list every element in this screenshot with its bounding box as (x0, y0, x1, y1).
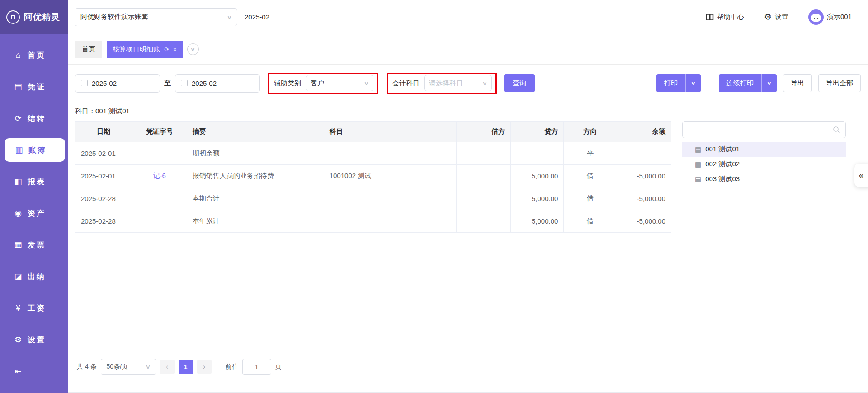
document-icon: ▤ (695, 175, 701, 183)
content-area: 阿优财务软件演示账套 ∨ 2025-02 帮助中心 ⚙ 设置 演示001 首页 (68, 0, 868, 393)
export-button[interactable]: 导出 (783, 74, 812, 92)
chevron-down-icon: ∨ (482, 80, 487, 86)
account-set-select[interactable]: 阿优财务软件演示账套 ∨ (75, 8, 237, 26)
gear-icon: ⚙ (764, 12, 772, 22)
voucher-link[interactable]: 记-6 (153, 172, 166, 179)
search-icon (833, 126, 840, 133)
date-from-input[interactable] (92, 80, 137, 87)
aux-item-search-box[interactable] (682, 121, 846, 138)
list-item[interactable]: ▤ 002 测试02 (682, 157, 846, 172)
help-center-button[interactable]: 帮助中心 (706, 13, 744, 21)
cell-direction: 借 (564, 210, 617, 232)
continuous-print-dropdown-button[interactable]: ∨ (761, 74, 777, 92)
sidebar-item-label: 账簿 (28, 145, 47, 155)
user-menu[interactable]: 演示001 (808, 9, 852, 25)
print-button[interactable]: 打印 (656, 74, 685, 92)
books-icon: ▥ (14, 145, 24, 155)
settings-button[interactable]: ⚙ 设置 (764, 12, 788, 22)
table-row: 2025-02-01 期初余额 平 (75, 142, 671, 164)
list-item-label: 001 测试01 (705, 145, 740, 154)
cell-subject (324, 187, 457, 210)
cell-summary: 期初余额 (187, 142, 324, 164)
date-from-picker[interactable] (75, 74, 160, 93)
aux-category-label: 辅助类别 (274, 79, 301, 88)
sidebar-item-label: 结转 (28, 113, 46, 124)
sidebar-item-voucher[interactable]: ▤ 凭证 (0, 71, 68, 103)
salary-icon: ¥ (14, 304, 23, 313)
cell-credit: 5,000.00 (511, 187, 564, 210)
help-center-label: 帮助中心 (717, 13, 744, 21)
list-item[interactable]: ▤ 001 测试01 (682, 142, 846, 157)
sidebar-item-asset[interactable]: ◉ 资产 (0, 197, 68, 229)
sidebar-item-label: 凭证 (28, 82, 46, 92)
sidebar-item-label: 报表 (28, 177, 46, 187)
aux-item-search-input[interactable] (688, 126, 833, 133)
list-item[interactable]: ▤ 003 测试03 (682, 172, 846, 187)
subject-line: 科目： 001 测试01 (68, 102, 868, 121)
sidebar-item-label: 工资 (28, 303, 46, 313)
table-empty-area (75, 232, 671, 347)
aux-category-select[interactable]: 客户 ∨ (306, 75, 373, 91)
query-button[interactable]: 查询 (504, 74, 535, 92)
export-all-button[interactable]: 导出全部 (818, 74, 861, 92)
sidebar-item-cashier[interactable]: ◪ 出纳 (0, 261, 68, 292)
tab-home[interactable]: 首页 (75, 41, 102, 58)
refresh-icon[interactable]: ⟳ (164, 46, 169, 53)
date-range-to-label: 至 (164, 79, 171, 88)
col-header-balance: 余额 (617, 122, 671, 142)
cell-summary: 本期合计 (187, 187, 324, 210)
home-icon: ⌂ (14, 51, 23, 60)
report-icon: ◧ (14, 177, 23, 187)
col-header-credit: 贷方 (511, 122, 564, 142)
subject-line-label: 科目： (75, 107, 95, 116)
app-logo-text: 阿优精灵 (24, 11, 60, 23)
sidebar-item-home[interactable]: ⌂ 首页 (0, 39, 68, 71)
chevron-down-icon: ∨ (363, 80, 369, 86)
cell-credit: 5,000.00 (511, 164, 564, 187)
aux-item-list: ▤ 001 测试01 ▤ 002 测试02 ▤ 003 测试03 (682, 142, 846, 187)
collapse-sidebar-icon: ⇤ (14, 366, 23, 376)
cell-voucher (132, 210, 187, 232)
sidebar-item-report[interactable]: ◧ 报表 (0, 166, 68, 197)
cell-summary: 本年累计 (187, 210, 324, 232)
account-set-value: 阿优财务软件演示账套 (80, 13, 148, 21)
cell-balance: -5,000.00 (617, 164, 671, 187)
col-header-date: 日期 (75, 122, 132, 142)
continuous-print-button[interactable]: 连续打印 (719, 74, 761, 92)
sidebar-collapse-button[interactable]: ⇤ (0, 356, 68, 387)
date-to-picker[interactable] (175, 74, 260, 93)
col-header-subject: 科目 (324, 122, 457, 142)
sidebar-item-salary[interactable]: ¥ 工资 (0, 292, 68, 324)
tab-list-dropdown-button[interactable]: ∨ (187, 43, 199, 55)
sidebar-item-carryover[interactable]: ⟳ 结转 (0, 103, 68, 134)
account-subject-select[interactable]: 请选择科目 ∨ (424, 75, 492, 91)
settings-label: 设置 (775, 13, 788, 21)
prev-page-button[interactable]: ‹ (160, 360, 175, 374)
panel-collapse-button[interactable]: « (854, 164, 868, 187)
close-icon[interactable]: × (173, 46, 177, 53)
date-to-input[interactable] (192, 80, 237, 87)
cell-direction: 借 (564, 164, 617, 187)
sidebar-item-books[interactable]: ▥ 账簿 (5, 138, 65, 162)
cell-subject (324, 210, 457, 232)
cell-date: 2025-02-28 (75, 210, 132, 232)
document-icon: ▤ (695, 160, 701, 168)
sidebar-item-settings[interactable]: ⚙ 设置 (0, 324, 68, 356)
tab-aux-ledger[interactable]: 核算项目明细账 ⟳ × (107, 41, 183, 58)
chevron-down-icon: ∨ (145, 364, 151, 370)
sidebar-item-label: 出纳 (28, 271, 46, 282)
cell-direction: 借 (564, 187, 617, 210)
page-number-current[interactable]: 1 (179, 360, 193, 374)
main-row: 日期 凭证字号 摘要 科目 借方 贷方 方向 余额 (68, 121, 868, 393)
cell-debit (457, 187, 511, 210)
table-row: 2025-02-01 记-6 报销销售人员的业务招待费 1001002 测试 5… (75, 164, 671, 187)
next-page-button[interactable]: › (197, 360, 212, 374)
page-size-select[interactable]: 50条/页 ∨ (101, 359, 156, 375)
goto-page-input[interactable] (242, 359, 271, 375)
sidebar-item-invoice[interactable]: ▦ 发票 (0, 229, 68, 261)
page-unit-label: 页 (275, 363, 282, 371)
cell-debit (457, 164, 511, 187)
print-dropdown-button[interactable]: ∨ (685, 74, 701, 92)
list-item-label: 002 测试02 (705, 160, 740, 168)
cell-balance: -5,000.00 (617, 210, 671, 232)
